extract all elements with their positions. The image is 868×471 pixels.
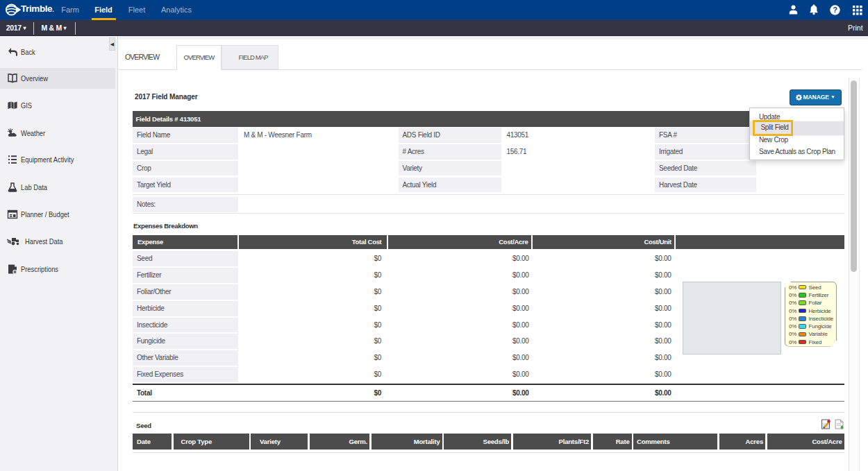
svg-text:?: ? — [833, 6, 837, 14]
